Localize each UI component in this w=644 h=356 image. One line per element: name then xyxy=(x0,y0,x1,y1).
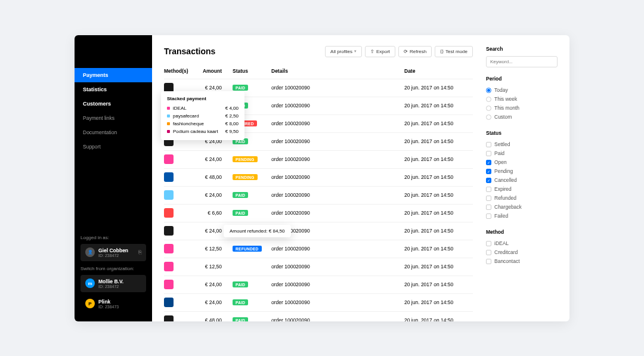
profiles-dropdown[interactable]: All profiles▾ xyxy=(325,46,362,57)
amount-cell: € 12,50 xyxy=(197,264,233,270)
main: Transactions All profiles▾ ⇪Export ⟳Refr… xyxy=(152,35,569,321)
date-cell: 20 jun. 2017 on 14:50 xyxy=(404,210,473,216)
refresh-icon: ⟳ xyxy=(404,49,408,54)
checkbox-icon xyxy=(486,250,491,255)
amount-cell: € 24,00 xyxy=(197,281,233,287)
nav-item-documentation[interactable]: Documentation xyxy=(75,125,152,140)
table-row[interactable]: € 24,00PAIDorder 10002009020 jun. 2017 o… xyxy=(164,275,473,293)
details-cell: order 100020090 xyxy=(271,299,404,305)
payment-method-icon xyxy=(164,208,174,218)
radio-icon xyxy=(486,97,491,102)
user-name: Giel Cobben xyxy=(98,247,135,253)
chevron-down-icon: ▾ xyxy=(354,49,357,54)
nav-item-statistics[interactable]: Statistics xyxy=(75,82,152,97)
status-badge: REFUNDED xyxy=(233,246,262,252)
amount-cell: € 24,00 xyxy=(197,192,233,198)
method-option[interactable]: iDEAL xyxy=(486,239,558,248)
date-cell: 20 jun. 2017 on 14:50 xyxy=(404,228,473,234)
header-actions: All profiles▾ ⇪Export ⟳Refresh ⟨⟩Test mo… xyxy=(325,46,473,57)
period-option[interactable]: This week xyxy=(486,95,558,104)
details-cell: order 100020090 xyxy=(271,264,404,270)
logout-icon[interactable]: ⎘ xyxy=(138,249,141,255)
amount-cell: € 48,00 xyxy=(197,174,233,180)
refresh-button[interactable]: ⟳Refresh xyxy=(398,46,432,57)
payment-method-icon xyxy=(164,172,174,182)
details-cell: order 100020090 xyxy=(271,85,404,91)
date-cell: 20 jun. 2017 on 14:50 xyxy=(404,156,473,162)
nav-item-payment-links[interactable]: Payment links xyxy=(75,111,152,125)
status-option[interactable]: ✓Cancelled xyxy=(486,176,558,185)
user-box[interactable]: 👤 Giel Cobben ID: 238472 ⎘ xyxy=(80,244,146,261)
status-badge: PENDING xyxy=(233,174,258,180)
status-option[interactable]: Settled xyxy=(486,140,558,149)
amount-cell: € 24,00 xyxy=(197,85,233,91)
details-cell: order 100020090 xyxy=(271,138,404,144)
status-option[interactable]: Refunded xyxy=(486,194,558,203)
filter-search: Search xyxy=(486,46,558,67)
payment-method-icon xyxy=(164,154,174,164)
status-option[interactable]: Chargeback xyxy=(486,203,558,212)
search-input[interactable] xyxy=(486,56,558,67)
login-label: Logged in as: xyxy=(80,235,146,240)
method-option[interactable]: Bancontact xyxy=(486,257,558,266)
testmode-button[interactable]: ⟨⟩Test mode xyxy=(435,46,473,57)
filters-panel: Search Period TodayThis weekThis monthCu… xyxy=(486,46,558,311)
details-cell: order 100020090 xyxy=(271,317,404,321)
payment-method-icon xyxy=(164,315,174,321)
amount-cell: € 6,60 xyxy=(197,210,233,216)
date-cell: 20 jun. 2017 on 14:50 xyxy=(404,85,473,91)
table-row[interactable]: € 24,00PAIDorder 10002009020 jun. 2017 o… xyxy=(164,222,473,240)
period-option[interactable]: Today xyxy=(486,86,558,95)
details-cell: order 100020090 xyxy=(271,174,404,180)
code-icon: ⟨⟩ xyxy=(440,49,444,54)
export-button[interactable]: ⇪Export xyxy=(365,46,395,57)
checkbox-icon: ✓ xyxy=(486,178,491,183)
status-badge: PAID xyxy=(233,317,248,321)
status-badge: PAID xyxy=(233,281,248,287)
status-option[interactable]: ✓Open xyxy=(486,158,558,167)
status-option[interactable]: Expired xyxy=(486,185,558,194)
date-cell: 20 jun. 2017 on 14:50 xyxy=(404,138,473,144)
method-option[interactable]: Creditcard xyxy=(486,248,558,257)
table-row[interactable]: € 24,00PAIDorder 10002009020 jun. 2017 o… xyxy=(164,186,473,204)
nav: PaymentsStatisticsCustomersPayment links… xyxy=(75,35,152,229)
nav-item-support[interactable]: Support xyxy=(75,140,152,154)
nav-item-payments[interactable]: Payments xyxy=(75,68,152,82)
status-option[interactable]: ✓Pending xyxy=(486,167,558,176)
table-row[interactable]: € 6,60PAIDorder 10002009020 jun. 2017 on… xyxy=(164,204,473,222)
table-row[interactable]: € 24,00PAIDorder 10002009020 jun. 2017 o… xyxy=(164,293,473,311)
table-header: Method(s) Amount Status Details Date xyxy=(164,68,473,79)
checkbox-icon xyxy=(486,241,491,246)
nav-item-customers[interactable]: Customers xyxy=(75,97,152,111)
period-option[interactable]: This month xyxy=(486,104,558,113)
payment-method-icon xyxy=(164,298,174,307)
checkbox-icon xyxy=(486,187,491,192)
status-badge: PENDING xyxy=(233,156,258,162)
amount-cell: € 24,00 xyxy=(197,156,233,162)
sidebar: PaymentsStatisticsCustomersPayment links… xyxy=(75,35,152,321)
status-option[interactable]: Failed xyxy=(486,212,558,221)
avatar: 👤 xyxy=(85,247,95,257)
stacked-item: iDEAL€ 4,00 xyxy=(167,104,239,112)
table-row[interactable]: € 24,00PENDINGorder 10002009020 jun. 201… xyxy=(164,150,473,168)
org-item-plink[interactable]: P Plink ID: 238473 xyxy=(80,295,146,312)
table-row[interactable]: € 48,00PENDINGorder 10002009020 jun. 201… xyxy=(164,168,473,186)
table-row[interactable]: € 12,50order 10002009020 jun. 2017 on 14… xyxy=(164,258,473,275)
checkbox-icon xyxy=(486,142,491,147)
details-cell: order 100020090 xyxy=(271,156,404,162)
payment-method-icon xyxy=(164,262,174,271)
details-cell: order 100020090 xyxy=(271,246,404,252)
filter-status: Status SettledPaid✓Open✓Pending✓Cancelle… xyxy=(486,130,558,221)
table-row[interactable]: € 12,50REFUNDEDorder 10002009020 jun. 20… xyxy=(164,240,473,258)
header: Transactions All profiles▾ ⇪Export ⟳Refr… xyxy=(164,46,473,57)
radio-icon xyxy=(486,114,491,120)
sidebar-footer: Logged in as: 👤 Giel Cobben ID: 238472 ⎘… xyxy=(75,229,152,321)
date-cell: 20 jun. 2017 on 14:50 xyxy=(404,103,473,109)
radio-icon xyxy=(486,106,491,111)
filter-period: Period TodayThis weekThis monthCustom xyxy=(486,76,558,122)
status-option[interactable]: Paid xyxy=(486,149,558,158)
checkbox-icon: ✓ xyxy=(486,160,491,165)
org-item-mollie[interactable]: m Mollie B.V. ID: 238472 xyxy=(80,275,146,292)
table-row[interactable]: € 48,00PAIDorder 10002009020 jun. 2017 o… xyxy=(164,311,473,321)
period-option[interactable]: Custom xyxy=(486,113,558,122)
